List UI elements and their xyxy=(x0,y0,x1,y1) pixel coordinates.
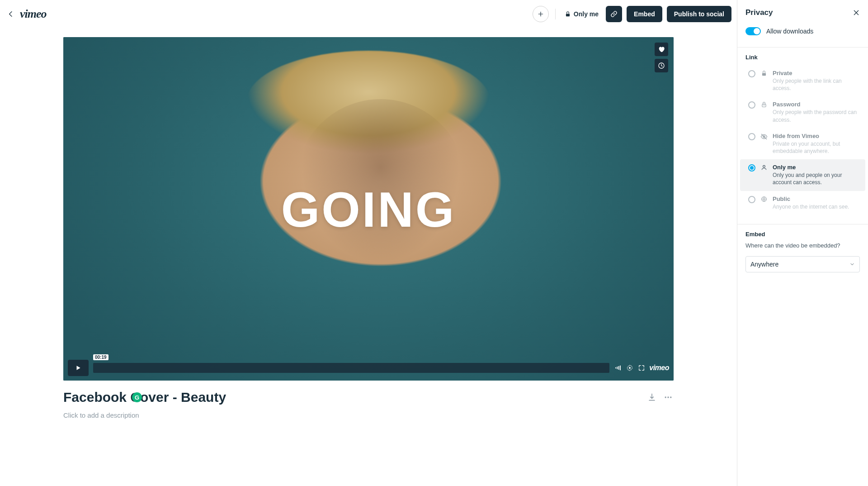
vimeo-brand[interactable]: vimeo xyxy=(649,364,669,372)
svg-point-2 xyxy=(629,367,631,369)
clock-icon xyxy=(658,62,665,69)
lock-key-icon xyxy=(760,101,768,108)
privacy-option-public[interactable]: PublicAnyone on the internet can see. xyxy=(740,191,865,215)
option-title: Private xyxy=(773,70,857,76)
publish-button[interactable]: Publish to social xyxy=(667,6,731,22)
radio-button[interactable] xyxy=(748,133,755,140)
divider xyxy=(555,9,556,19)
download-icon xyxy=(647,393,656,402)
link-section-label: Link xyxy=(737,54,868,65)
back-button[interactable] xyxy=(5,9,16,19)
timestamp-badge: 00:19 xyxy=(93,354,108,360)
settings-button[interactable] xyxy=(626,364,634,372)
option-desc: Only you and people on your account can … xyxy=(773,172,857,186)
privacy-option-hide-from-vimeo[interactable]: Hide from VimeoPrivate on your account, … xyxy=(740,128,865,159)
play-icon xyxy=(75,365,81,371)
eye-off-icon xyxy=(760,133,768,140)
option-desc: Private on your account, but embeddable … xyxy=(773,140,857,155)
play-button[interactable] xyxy=(68,360,89,376)
svg-point-4 xyxy=(667,397,669,398)
embed-select[interactable]: Anywhere xyxy=(745,256,860,272)
option-title: Hide from Vimeo xyxy=(773,133,857,139)
privacy-option-only-me[interactable]: Only meOnly you and people on your accou… xyxy=(740,159,865,191)
svg-rect-0 xyxy=(566,14,570,16)
radio-button[interactable] xyxy=(748,164,755,172)
player-controls: 00:19 vimeo xyxy=(68,360,669,376)
fullscreen-button[interactable] xyxy=(637,364,646,372)
privacy-panel: Privacy Allow downloads Link PrivateOnly… xyxy=(737,0,868,486)
radio-button[interactable] xyxy=(748,101,755,109)
close-icon xyxy=(853,9,860,16)
download-button[interactable] xyxy=(646,392,657,403)
svg-point-10 xyxy=(763,165,765,167)
option-desc: Only people with the password can access… xyxy=(773,109,857,123)
allow-downloads-label: Allow downloads xyxy=(766,28,813,35)
svg-point-3 xyxy=(665,397,666,398)
privacy-option-password[interactable]: PasswordOnly people with the password ca… xyxy=(740,96,865,128)
privacy-chip-label: Only me xyxy=(574,10,599,18)
privacy-option-private[interactable]: PrivateOnly people with the link can acc… xyxy=(740,65,865,96)
video-player[interactable]: GOING 00:19 xyxy=(63,37,674,381)
chevron-down-icon xyxy=(849,262,855,267)
fullscreen-icon xyxy=(638,364,645,372)
option-title: Only me xyxy=(773,164,857,171)
gear-icon xyxy=(626,364,633,372)
close-panel-button[interactable] xyxy=(853,9,860,16)
svg-rect-6 xyxy=(762,73,766,76)
description-field[interactable]: Click to add a description xyxy=(63,411,674,419)
arrow-left-icon xyxy=(7,10,14,18)
option-desc: Only people with the link can access. xyxy=(773,77,857,92)
option-title: Public xyxy=(773,195,857,202)
lock-icon xyxy=(565,11,571,17)
person-icon xyxy=(760,164,768,171)
embed-select-value: Anywhere xyxy=(750,261,778,268)
panel-title: Privacy xyxy=(745,8,773,17)
privacy-options: PrivateOnly people with the link can acc… xyxy=(737,65,868,215)
allow-downloads-toggle[interactable] xyxy=(745,27,761,35)
privacy-chip[interactable]: Only me xyxy=(562,10,601,18)
link-icon xyxy=(610,10,618,18)
plus-icon xyxy=(538,11,544,17)
lock-icon xyxy=(760,70,768,76)
copy-link-button[interactable] xyxy=(606,6,622,22)
embed-button[interactable]: Embed xyxy=(627,6,662,22)
volume-icon xyxy=(614,364,622,372)
svg-point-5 xyxy=(670,397,671,398)
add-button[interactable] xyxy=(533,6,549,22)
heart-icon xyxy=(658,46,665,53)
vimeo-logo[interactable]: vimeo xyxy=(20,7,47,21)
radio-button[interactable] xyxy=(748,196,755,203)
video-overlay-text: GOING xyxy=(281,180,456,238)
embed-section-label: Embed xyxy=(737,231,868,242)
embed-question: Where can the video be embedded? xyxy=(737,242,868,253)
dots-icon xyxy=(664,393,673,402)
option-desc: Anyone on the internet can see. xyxy=(773,203,857,210)
more-button[interactable] xyxy=(663,392,674,403)
radio-button[interactable] xyxy=(748,70,755,77)
like-button[interactable] xyxy=(655,43,668,56)
volume-button[interactable] xyxy=(614,364,622,372)
option-title: Password xyxy=(773,101,857,108)
video-title[interactable]: Facebook Cover - Beauty xyxy=(63,390,226,405)
svg-point-8 xyxy=(764,105,764,106)
top-bar: vimeo Only me Embed Publish to social xyxy=(0,0,737,28)
globe-icon xyxy=(760,196,768,202)
progress-bar[interactable]: 00:19 xyxy=(93,360,609,376)
watch-later-button[interactable] xyxy=(655,59,668,72)
